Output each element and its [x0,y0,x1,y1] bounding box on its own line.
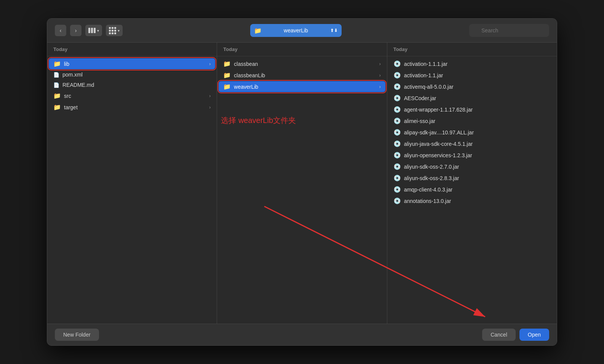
jar-icon: 💿 [393,129,401,136]
folder-icon: 📁 [53,92,61,99]
column-1-items: 📁 lib › 📄 pom.xml 📄 README.md 📁 [47,56,217,324]
jar-icon: 💿 [393,197,401,204]
list-item[interactable]: 📁 src › [49,90,215,101]
list-item[interactable]: 📁 weaverLib › [219,81,385,92]
column-view-icon [88,28,96,33]
file-name: AESCoder.jar [404,95,551,101]
list-item[interactable]: 💿 alipay-sdk-jav....10.97.ALL.jar [389,127,555,138]
list-item[interactable]: 📁 classbeanLib › [219,70,385,81]
search-container: 🔍 [469,24,549,37]
chevron-right-icon: › [379,84,381,89]
column-1-header: Today [47,43,217,56]
toolbar: ‹ › ▾ ▾ 📁 weaverLib ⬆⬇ 🔍 [47,19,557,43]
file-name: target [64,104,206,110]
column-3-header: Today [387,43,557,56]
file-name: annotations-13.0.jar [404,198,551,204]
file-name: README.md [62,82,211,88]
location-folder-icon: 📁 [254,27,262,34]
open-button[interactable]: Open [519,329,549,341]
jar-icon: 💿 [393,106,401,113]
list-item[interactable]: 💿 amqp-client-4.0.3.jar [389,184,555,195]
jar-icon: 💿 [393,117,401,125]
list-item[interactable]: 💿 aliyun-openservices-1.2.3.jar [389,150,555,161]
grid-view-button[interactable]: ▾ [106,25,123,36]
list-item[interactable]: 💿 annotations-13.0.jar [389,195,555,206]
search-input[interactable] [469,24,549,37]
jar-icon: 💿 [393,72,401,79]
list-item[interactable]: 📄 pom.xml [49,70,215,80]
chevron-right-icon: › [379,61,381,67]
file-name: agent-wrapper-1.1.17.628.jar [404,107,551,113]
file-name: amqp-client-4.0.3.jar [404,187,551,193]
file-name: activation-1.1.jar [404,72,551,78]
bottom-right-buttons: Cancel Open [482,329,549,341]
jar-icon: 💿 [393,186,401,193]
file-name: alimei-sso.jar [404,118,551,124]
column-1: Today 📁 lib › 📄 pom.xml 📄 README.md [47,43,217,324]
chevron-down-icon: ▾ [97,29,99,33]
column-2-items: 📁 classbean › 📁 classbeanLib › 📁 weaverL… [217,56,387,324]
forward-button[interactable]: › [70,25,81,36]
location-bar[interactable]: 📁 weaverLib ⬆⬇ [250,24,342,37]
folder-icon: 📁 [53,60,61,67]
md-file-icon: 📄 [53,82,59,88]
back-button[interactable]: ‹ [55,25,66,36]
columns-container: Today 📁 lib › 📄 pom.xml 📄 README.md [47,43,557,324]
jar-icon: 💿 [393,163,401,170]
jar-icon: 💿 [393,174,401,182]
jar-icon: 💿 [393,60,401,67]
chevron-right-icon: › [379,73,381,78]
location-chevron-icon: ⬆⬇ [330,28,338,33]
jar-icon: 💿 [393,140,401,147]
column-2-header: Today [217,43,387,56]
jar-icon: 💿 [393,152,401,159]
file-name: aliyun-openservices-1.2.3.jar [404,152,551,158]
list-item[interactable]: 💿 aliyun-sdk-oss-2.8.3.jar [389,172,555,184]
folder-icon: 📁 [223,83,231,90]
file-name: classbean [234,61,376,67]
list-item[interactable]: 📁 classbean › [219,58,385,69]
column-2: Today 📁 classbean › 📁 classbeanLib › 📁 [217,43,387,324]
file-name: pom.xml [62,72,211,78]
list-item[interactable]: 💿 agent-wrapper-1.1.17.628.jar [389,104,555,115]
folder-icon: 📁 [223,72,231,79]
list-item[interactable]: 💿 aliyun-sdk-oss-2.7.0.jar [389,161,555,172]
new-folder-button[interactable]: New Folder [55,329,99,341]
list-item[interactable]: 📁 lib › [49,58,215,69]
column-3: Today 💿 activation-1.1.1.jar 💿 activatio… [387,43,557,324]
column-3-items: 💿 activation-1.1.1.jar 💿 activation-1.1.… [387,56,557,324]
file-name: alipay-sdk-jav....10.97.ALL.jar [404,129,551,136]
chevron-right-icon: › [209,61,211,67]
grid-view-icon [109,27,116,34]
list-item[interactable]: 💿 aliyun-java-sdk-core-4.5.1.jar [389,138,555,149]
file-name: aliyun-java-sdk-core-4.5.1.jar [404,141,551,147]
file-name: weaverLib [234,84,376,90]
column-view-button[interactable]: ▾ [85,25,102,36]
file-name: aliyun-sdk-oss-2.7.0.jar [404,164,551,170]
bottom-bar: New Folder Cancel Open [47,324,557,345]
file-name: lib [64,61,206,67]
location-name: weaverLib [284,27,308,34]
cancel-button[interactable]: Cancel [482,329,516,341]
jar-icon: 💿 [393,94,401,102]
file-dialog: ‹ › ▾ ▾ 📁 weaverLib ⬆⬇ 🔍 [47,18,557,346]
folder-icon: 📁 [53,104,61,111]
list-item[interactable]: 💿 AESCoder.jar [389,93,555,104]
jar-icon: 💿 [393,83,401,90]
file-name: src [64,93,206,99]
folder-icon: 📁 [223,60,231,67]
list-item[interactable]: 📁 target › [49,102,215,113]
file-name: aliyun-sdk-oss-2.8.3.jar [404,175,551,181]
chevron-down-icon: ▾ [118,29,120,33]
chevron-right-icon: › [209,105,211,110]
list-item[interactable]: 💿 activation-1.1.1.jar [389,58,555,69]
list-item[interactable]: 💿 activation-1.1.jar [389,70,555,81]
xml-file-icon: 📄 [53,72,59,78]
file-name: activation-1.1.1.jar [404,61,551,67]
file-name: classbeanLib [234,72,376,78]
annotation-text: 选择 weaverLib文件夹 [221,115,296,126]
list-item[interactable]: 💿 alimei-sso.jar [389,115,555,126]
list-item[interactable]: 💿 activemq-all-5.0.0.jar [389,81,555,92]
list-item[interactable]: 📄 README.md [49,80,215,90]
file-name: activemq-all-5.0.0.jar [404,84,551,90]
